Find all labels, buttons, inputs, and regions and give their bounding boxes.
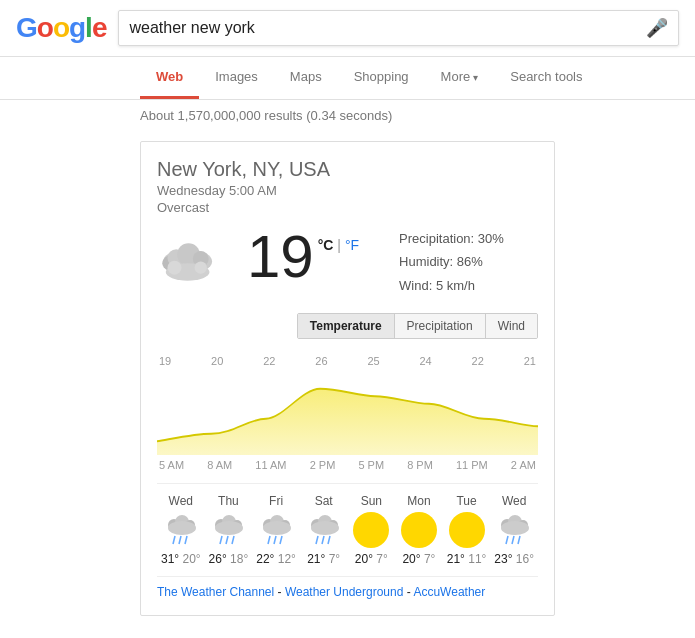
forecast-wed-1: Wed 31° 20° [157, 494, 205, 566]
precipitation-detail: Precipitation: 30% [399, 227, 504, 250]
unit-separator: | [337, 237, 341, 253]
results-info: About 1,570,000,000 results (0.34 second… [0, 100, 695, 131]
weather-details: Precipitation: 30% Humidity: 86% Wind: 5… [399, 227, 504, 297]
svg-line-28 [280, 536, 282, 544]
temperature-display: 19 °C | °F [247, 227, 359, 287]
temperature-chart: 19 20 22 26 25 24 22 21 [157, 355, 538, 455]
humidity-detail: Humidity: 86% [399, 250, 504, 273]
tab-shopping[interactable]: Shopping [338, 57, 425, 99]
wind-detail: Wind: 5 km/h [399, 274, 504, 297]
svg-point-11 [168, 521, 196, 535]
svg-line-40 [506, 536, 508, 544]
svg-point-39 [501, 521, 529, 535]
svg-line-27 [274, 536, 276, 544]
svg-line-33 [316, 536, 318, 544]
chart-bottom-labels: 5 AM 8 AM 11 AM 2 PM 5 PM 8 PM 11 PM 2 A… [157, 459, 538, 471]
location-name: New York, NY, USA [157, 158, 538, 181]
svg-line-19 [220, 536, 222, 544]
forecast-icon-tue [443, 512, 491, 548]
forecast-icon-wed-1 [157, 512, 205, 548]
svg-line-42 [518, 536, 520, 544]
microphone-icon[interactable]: 🎤 [646, 17, 668, 39]
weather-card: New York, NY, USA Wednesday 5:00 AM Over… [140, 141, 555, 616]
forecast-thu: Thu 26° 18° [205, 494, 253, 566]
svg-point-32 [311, 521, 339, 535]
forecast-icon-thu [205, 512, 253, 548]
weather-icon-overcast [157, 227, 227, 282]
tab-more[interactable]: More▾ [425, 57, 495, 99]
header: Google 🎤 [0, 0, 695, 57]
weather-condition: Overcast [157, 200, 538, 215]
search-input[interactable] [129, 19, 638, 37]
nav-tabs: Web Images Maps Shopping More▾ Search to… [0, 57, 695, 100]
celsius-unit[interactable]: °C [318, 237, 334, 253]
source-weather-underground[interactable]: Weather Underground [285, 585, 404, 599]
forecast-icon-sat [300, 512, 348, 548]
source-accuweather[interactable]: AccuWeather [413, 585, 485, 599]
svg-line-21 [232, 536, 234, 544]
chart-top-labels: 19 20 22 26 25 24 22 21 [157, 355, 538, 367]
svg-point-7 [195, 262, 207, 274]
svg-point-6 [168, 261, 182, 275]
tab-web[interactable]: Web [140, 57, 199, 99]
svg-point-18 [215, 521, 243, 535]
current-weather: 19 °C | °F Precipitation: 30% Humidity: … [157, 227, 538, 297]
forecast-sat: Sat 21° 7° [300, 494, 348, 566]
chart-tab-wind[interactable]: Wind [486, 314, 537, 338]
tab-search-tools[interactable]: Search tools [494, 57, 598, 99]
svg-line-20 [226, 536, 228, 544]
google-logo: Google [16, 12, 106, 44]
forecast-icon-wed-2 [490, 512, 538, 548]
weather-sources: The Weather Channel - Weather Undergroun… [157, 576, 538, 599]
chart-tab-temperature[interactable]: Temperature [298, 314, 395, 338]
forecast-icon-sun [348, 512, 396, 548]
more-arrow-icon: ▾ [473, 72, 478, 83]
search-bar: 🎤 [118, 10, 679, 46]
forecast-sun: Sun 20° 7° [348, 494, 396, 566]
forecast-tue: Tue 21° 11° [443, 494, 491, 566]
svg-line-35 [328, 536, 330, 544]
forecast-fri: Fri 22° 12° [252, 494, 300, 566]
fahrenheit-unit[interactable]: °F [345, 237, 359, 253]
temperature-value: 19 [247, 227, 314, 287]
forecast-icon-fri [252, 512, 300, 548]
forecast-icon-mon [395, 512, 443, 548]
chart-svg [157, 355, 538, 455]
tab-images[interactable]: Images [199, 57, 274, 99]
svg-line-41 [512, 536, 514, 544]
svg-point-25 [263, 521, 291, 535]
source-weather-channel[interactable]: The Weather Channel [157, 585, 274, 599]
svg-line-26 [268, 536, 270, 544]
chart-tabs: Temperature Precipitation Wind [297, 313, 538, 339]
temperature-units: °C | °F [318, 237, 359, 253]
weather-datetime: Wednesday 5:00 AM [157, 183, 538, 198]
tab-maps[interactable]: Maps [274, 57, 338, 99]
chart-tab-precipitation[interactable]: Precipitation [395, 314, 486, 338]
forecast-mon: Mon 20° 7° [395, 494, 443, 566]
daily-forecast: Wed 31° 20° Thu [157, 483, 538, 566]
svg-line-12 [173, 536, 175, 544]
svg-line-14 [185, 536, 187, 544]
svg-line-13 [179, 536, 181, 544]
svg-line-34 [322, 536, 324, 544]
forecast-wed-2: Wed 23° 16° [490, 494, 538, 566]
